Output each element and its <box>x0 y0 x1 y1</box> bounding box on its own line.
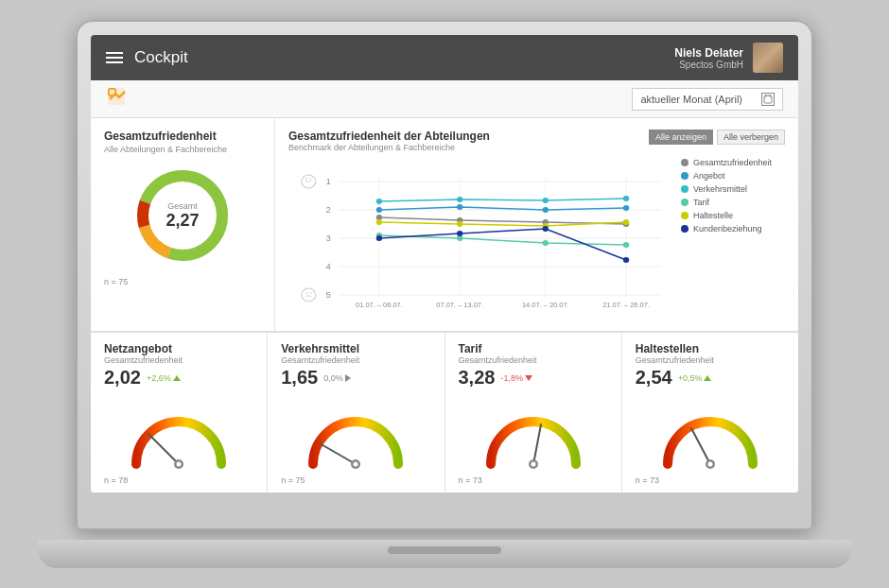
gauge-subtitle-3: Gesamtzufriedenheit <box>459 355 608 365</box>
legend-label: Haltestelle <box>693 211 733 220</box>
svg-point-19 <box>302 175 316 188</box>
gauge-footer-4: n = 73 <box>636 476 785 485</box>
gauge-change-2: 0,0% <box>323 373 351 383</box>
legend-verkehrsmittel: Verkehrsmittel <box>681 184 785 194</box>
gauges-section: Netzangebot Gesamtzufriedenheit 2,02 +2,… <box>91 332 798 493</box>
chart-header: Gesamtzufriedenheit der Abteilungen Benc… <box>288 130 785 152</box>
gauge-title-4: Haltestellen <box>636 342 785 355</box>
gauge-value-3: 3,28 <box>459 367 496 389</box>
svg-point-24 <box>310 292 312 294</box>
svg-text:1: 1 <box>325 177 330 186</box>
gauge-value-1: 2,02 <box>104 367 141 389</box>
period-label: aktueller Monat (April) <box>640 94 742 105</box>
svg-point-52 <box>623 219 629 225</box>
gauge-title-1: Netzangebot <box>104 342 253 355</box>
gauge-footer-1: n = 78 <box>104 476 253 485</box>
gauge-subtitle-1: Gesamtzufriedenheit <box>104 355 253 365</box>
svg-point-50 <box>457 221 462 227</box>
user-section: Niels Delater Spectos GmbH <box>674 43 783 73</box>
svg-line-66 <box>691 428 710 464</box>
legend-label: Kundenbeziehung <box>693 224 762 233</box>
gauge-haltestellen: Haltestellen Gesamtzufriedenheit 2,54 +0… <box>622 333 798 493</box>
legend-angebot: Angebot <box>681 171 785 181</box>
gauge-title-2: Verkehrsmittel <box>281 342 430 355</box>
gauge-change-3: -1,8% <box>500 373 532 383</box>
svg-point-37 <box>376 207 382 213</box>
gauge-change-4: +0,5% <box>678 373 712 383</box>
laptop-notch <box>388 546 501 554</box>
chart-legend: Gesamtzufriedenheit Angebot Verkehrsmitt… <box>681 158 785 313</box>
legend-label: Verkehrsmittel <box>693 184 747 194</box>
gauge-subtitle-4: Gesamtzufriedenheit <box>636 355 785 365</box>
svg-point-56 <box>623 257 629 263</box>
svg-text:07.07. – 13.07.: 07.07. – 13.07. <box>436 301 483 309</box>
period-selector[interactable]: aktueller Monat (April) <box>632 88 783 111</box>
top-section: Gesamtzufriedenheit Alle Abteilungen & F… <box>91 118 798 332</box>
svg-text:21.07. – 26.07.: 21.07. – 26.07. <box>602 301 650 309</box>
svg-point-54 <box>457 231 462 236</box>
satisfaction-title: Gesamtzufriedenheit <box>104 130 261 143</box>
chart-area: 1 2 3 4 5 <box>288 158 785 313</box>
svg-point-59 <box>177 462 182 467</box>
donut-chart: Gesamt 2,27 <box>104 164 261 268</box>
svg-point-53 <box>376 235 382 241</box>
chart-title: Gesamtzufriedenheit der Abteilungen <box>288 130 490 143</box>
svg-point-23 <box>305 292 307 294</box>
svg-point-62 <box>354 462 358 467</box>
app-title: Cockpit <box>134 48 188 67</box>
gauge-meter-1 <box>104 389 253 474</box>
svg-point-40 <box>623 205 629 211</box>
svg-point-65 <box>531 462 535 467</box>
gauge-change-1: +2,6% <box>147 373 181 383</box>
svg-point-21 <box>310 178 312 180</box>
donut-center: Gesamt 2,27 <box>166 201 199 231</box>
gauge-tarif: Tarif Gesamtzufriedenheit 3,28 -1,8% <box>445 333 622 493</box>
svg-point-42 <box>457 197 462 202</box>
gauge-value-row-1: 2,02 +2,6% <box>104 367 253 389</box>
legend-tarif: Tarif <box>681 198 785 207</box>
chart-buttons: Alle anzeigen Alle verbergen <box>649 130 785 145</box>
svg-point-41 <box>376 199 382 204</box>
satisfaction-subtitle: Alle Abteilungen & Fachbereiche <box>104 145 261 154</box>
svg-line-60 <box>320 443 356 464</box>
svg-point-39 <box>543 207 549 213</box>
svg-point-38 <box>457 204 462 210</box>
svg-point-47 <box>543 240 549 246</box>
svg-line-63 <box>533 424 541 464</box>
gauge-meter-3 <box>459 389 608 474</box>
legend-label: Angebot <box>693 171 725 181</box>
legend-label: Tarif <box>693 198 709 207</box>
svg-text:4: 4 <box>325 262 330 271</box>
app-header: Cockpit Niels Delater Spectos GmbH <box>91 35 798 80</box>
svg-point-22 <box>302 288 316 302</box>
gauge-verkehrsmittel: Verkehrsmittel Gesamtzufriedenheit 1,65 … <box>268 333 444 493</box>
chart-subtitle: Benchmark der Abteilungen & Fachbereiche <box>288 143 490 152</box>
svg-point-43 <box>543 198 549 203</box>
svg-point-20 <box>305 178 307 180</box>
gauge-value-2: 1,65 <box>281 367 318 389</box>
toolbar: aktueller Monat (April) <box>91 80 798 118</box>
gauge-value-row-2: 1,65 0,0% <box>281 367 430 389</box>
gauge-value-4: 2,54 <box>636 367 672 389</box>
svg-point-44 <box>623 196 629 201</box>
hide-all-button[interactable]: Alle verbergen <box>717 130 785 145</box>
donut-value: 2,27 <box>166 211 199 231</box>
svg-text:14.07. – 20.07.: 14.07. – 20.07. <box>522 301 569 309</box>
svg-point-55 <box>543 226 549 232</box>
chart-graph: 1 2 3 4 5 <box>288 158 671 313</box>
svg-rect-2 <box>764 95 772 103</box>
user-name: Niels Delater <box>674 46 743 60</box>
gauge-title-3: Tarif <box>459 342 608 355</box>
gauge-value-row-3: 3,28 -1,8% <box>459 367 608 389</box>
legend-kundenbeziehung: Kundenbeziehung <box>681 224 785 233</box>
gauge-subtitle-2: Gesamtzufriedenheit <box>281 355 430 365</box>
svg-text:2: 2 <box>325 205 330 215</box>
user-info: Niels Delater Spectos GmbH <box>674 46 743 70</box>
legend-haltestelle: Haltestelle <box>681 211 785 220</box>
svg-point-68 <box>707 462 712 467</box>
menu-button[interactable] <box>106 52 123 63</box>
laptop-body <box>38 540 851 568</box>
donut-label: Gesamt <box>166 201 199 211</box>
show-all-button[interactable]: Alle anzeigen <box>649 130 713 145</box>
gauge-footer-3: n = 73 <box>459 476 608 485</box>
